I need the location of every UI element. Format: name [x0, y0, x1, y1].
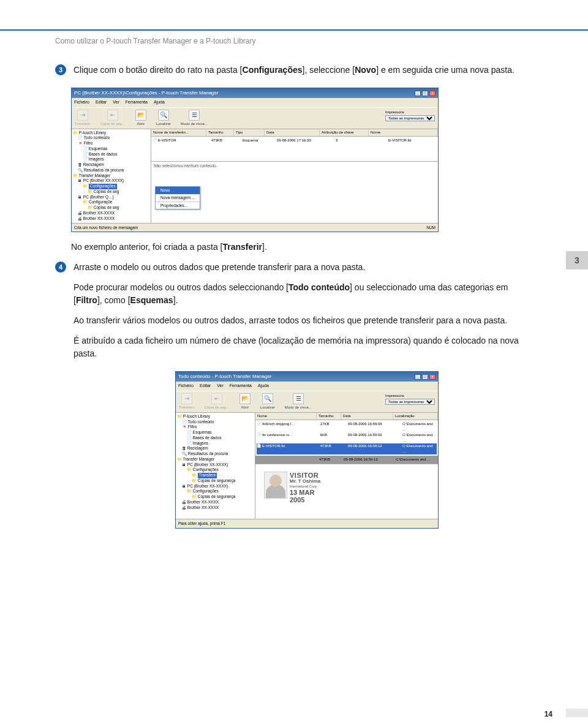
close-icon[interactable]: ×: [429, 374, 435, 380]
step-3: 3 Clique com o botão direito do rato na …: [55, 64, 533, 84]
tree-node[interactable]: 🔍 Resultados da procura: [177, 451, 254, 457]
visitor-date: 13 MAR: [290, 489, 320, 495]
open-icon: 📂: [239, 393, 251, 404]
open-icon: 📂: [135, 110, 146, 121]
tree-node[interactable]: 🖨 Brother XX-XXXX: [177, 505, 254, 511]
backup-button[interactable]: ⇤Cópia de seg…: [204, 393, 229, 410]
transfer-button[interactable]: ⇥Transferir: [179, 393, 194, 410]
tree-node[interactable]: 📄 Esquemas: [73, 146, 149, 152]
ctx-novo[interactable]: Novo: [156, 187, 200, 194]
tree-node[interactable]: 📄 Bases de dados: [177, 435, 254, 441]
tree-node[interactable]: 📁 Cópias de seg: [73, 205, 149, 211]
search-button[interactable]: 🔍Localizar: [156, 110, 171, 127]
breadcrumb: Como utilizar o P-touch Transfer Manager…: [0, 31, 588, 45]
open-button[interactable]: 📂Abrir: [135, 110, 146, 127]
tree-node[interactable]: 📁 P-touch Library: [177, 414, 254, 420]
backup-icon: ⇤: [211, 393, 222, 404]
transfer-icon: ⇥: [181, 393, 192, 404]
folder-tree[interactable]: 📁 P-touch Library 📄 Todo conteúdo 🔻 Filt…: [176, 413, 255, 519]
tree-node[interactable]: 📄 Esquemas: [177, 430, 254, 435]
tree-node[interactable]: 📁 Cópias de seg: [73, 189, 149, 195]
open-button[interactable]: 📂Abrir: [239, 393, 251, 410]
menu-ferramenta[interactable]: Ferramenta: [126, 99, 148, 106]
printer-select[interactable]: Todas as impressoras: [385, 115, 435, 121]
label: Transferir: [179, 405, 194, 410]
menu-ficheiro[interactable]: Ficheiro: [178, 383, 194, 390]
list-row-selected[interactable]: 📄 E-VISITOR.lbl 473KB 09-08-2006 16:59:1…: [257, 443, 437, 454]
label: Localizar: [156, 121, 171, 127]
menu-editar[interactable]: Editar: [96, 99, 107, 106]
tree-node[interactable]: 📁 P-touch Library: [73, 130, 149, 136]
list-row[interactable]: 📄 4x6inch shipping l… 17KB 09-08-2006 16…: [257, 421, 437, 432]
tree-node[interactable]: 🖨 Brother XX-XXXX: [73, 216, 149, 222]
minimize-icon[interactable]: _: [415, 91, 421, 96]
tree-node[interactable]: 🖨 Brother XX-XXXX: [73, 211, 149, 216]
txt: Clique com o botão direito do rato na pa…: [74, 65, 243, 75]
step-4-p1: Arraste o modelo ou outros dados que pre…: [74, 261, 533, 274]
tree-node[interactable]: 🗑 Reciclagem: [177, 446, 254, 451]
menu-ajuda[interactable]: Ajuda: [154, 99, 165, 106]
page-number: 14: [545, 710, 552, 718]
visitor-corp: International Corp: [290, 484, 320, 488]
list-row[interactable]: 📄 4x conference ro… 6KB 09-08-2006 16:59…: [257, 432, 437, 443]
tree-node[interactable]: 🔻 Filtro: [177, 424, 254, 430]
transfer-button[interactable]: ⇥Transferir: [75, 110, 90, 127]
tree-node[interactable]: 🖨 Brother XX-XXXX: [177, 500, 254, 505]
tree-node[interactable]: 📁 Configuraçõe: [73, 200, 149, 205]
visitor-card: VISITOR Mr. T Oshima International Corp …: [262, 469, 335, 506]
step-4: 4 Arraste o modelo ou outros dados que p…: [55, 261, 533, 367]
menu-ficheiro[interactable]: Ficheiro: [74, 99, 89, 106]
context-menu[interactable]: Novo Nova mensagem… Propriedades…: [155, 186, 200, 209]
tree-node[interactable]: 📁 Transfer Manager: [177, 457, 254, 462]
menu-editar[interactable]: Editar: [200, 383, 211, 390]
viewmode-button[interactable]: ☰Modo de visua…: [181, 110, 208, 127]
tree-node[interactable]: 📄 Todo conteúdo: [177, 420, 254, 425]
tree-node[interactable]: 📁 Configurações: [177, 467, 254, 473]
close-icon[interactable]: ×: [429, 91, 435, 96]
tree-node[interactable]: 📁 Transfer Manager: [73, 173, 149, 179]
folder-tree[interactable]: 📁 P-touch Library 📄 Todo conteúdo 🔻 Filt…: [72, 129, 151, 223]
ctx-nova-mensagem[interactable]: Nova mensagem…: [156, 194, 200, 202]
label: Cópia de seg…: [204, 405, 229, 410]
tree-node[interactable]: 📄 Bases de dados: [73, 152, 149, 157]
footer-tab: [566, 709, 588, 717]
tree-node[interactable]: 📁 Cópias de segurança: [177, 494, 254, 500]
tree-node-selected[interactable]: 📁 Transferir: [177, 473, 254, 478]
tree-node[interactable]: 📁 Configurações: [177, 489, 254, 494]
label: Abrir: [241, 405, 249, 410]
backup-icon: ⇤: [107, 110, 118, 121]
tree-node[interactable]: 📄 Imagens: [73, 157, 149, 162]
chapter-tab: 3: [566, 251, 588, 269]
menu-ferramenta[interactable]: Ferramenta: [230, 383, 252, 390]
txt: ], seleccione [: [303, 65, 355, 75]
tree-node-selected[interactable]: 📁 Configurações: [73, 184, 149, 189]
label: Modo de visua…: [181, 121, 208, 127]
list-footer-row: 473KB 09-08-2006 16:59:12 C:\Documents a…: [255, 456, 438, 464]
tree-node[interactable]: 🗑 Reciclagem: [73, 162, 149, 168]
tree-node[interactable]: 📄 Imagens: [177, 441, 254, 446]
maximize-icon[interactable]: □: [422, 91, 428, 96]
status-num: NUM: [426, 225, 435, 231]
visitor-year: 2005: [290, 497, 320, 503]
menu-ver[interactable]: Ver: [113, 99, 119, 106]
step-number-3: 3: [55, 64, 66, 75]
backup-button[interactable]: ⇤Cópia de seg…: [100, 110, 125, 127]
viewmode-button[interactable]: ☰Modo de visua…: [285, 393, 312, 410]
tree-node[interactable]: 📄 Todo conteúdo: [73, 135, 149, 141]
search-button[interactable]: 🔍Localizar: [260, 393, 275, 410]
menu-ver[interactable]: Ver: [217, 383, 224, 390]
tree-node[interactable]: 📁 Cópias de segurança: [177, 478, 254, 484]
label: Modo de visua…: [285, 405, 312, 410]
menu-ajuda[interactable]: Ajuda: [258, 383, 269, 390]
ctx-propriedades[interactable]: Propriedades…: [156, 202, 200, 209]
printer-select[interactable]: Todas as impressoras: [385, 399, 435, 405]
list-row[interactable]: 📄 E-VISITOR 473KB Esquema 09-08-2006 17:…: [153, 138, 437, 143]
tree-node[interactable]: 🖥 PC (Brother XX-XXXX): [73, 178, 149, 184]
tree-node[interactable]: 🔻 Filtro: [73, 141, 149, 146]
maximize-icon[interactable]: □: [422, 374, 428, 380]
minimize-icon[interactable]: _: [415, 374, 421, 380]
list-header: Nome de transferên… Tamanho Tipo Data At…: [151, 129, 438, 137]
tree-node[interactable]: 🔍 Resultados da procura: [73, 168, 149, 173]
printer-label: Impressora:: [385, 110, 435, 115]
status-text: Cria um novo ficheiro de mensagem: [74, 225, 138, 231]
